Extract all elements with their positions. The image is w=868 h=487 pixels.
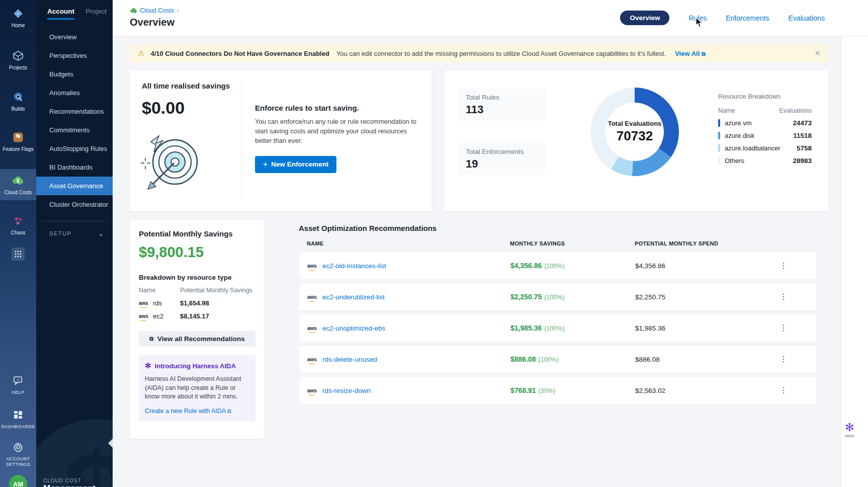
- breakdown-header: Name Potential Monthly Savings: [139, 287, 255, 294]
- cloud-costs-icon: $: [0, 173, 36, 188]
- total-enforcements-value: 19: [466, 157, 538, 171]
- rail-item-home[interactable]: Home: [0, 6, 36, 28]
- banner-message: You can edit connector to add the missin…: [336, 50, 666, 57]
- rail-item-builds[interactable]: Builds: [0, 90, 36, 112]
- tab-project[interactable]: Project: [85, 8, 107, 20]
- svg-text:$: $: [17, 178, 20, 184]
- row-menu-button[interactable]: ⋮: [779, 357, 788, 362]
- legend-value: 5758: [797, 144, 812, 152]
- tab-account[interactable]: Account: [47, 8, 74, 20]
- user-avatar[interactable]: AM: [9, 475, 27, 487]
- dollar-watermark: $: [36, 419, 113, 487]
- sidebar-menu-item[interactable]: BI Dashboards: [36, 158, 113, 177]
- enforce-rules-section: Enforce rules to start saving. You can e…: [242, 70, 413, 211]
- rail-item-feature-flags[interactable]: Feature Flags: [0, 130, 36, 152]
- new-enforcement-button[interactable]: + New Enforcement: [255, 156, 336, 173]
- sidebar-menu-item-label: BI Dashboards: [49, 164, 93, 171]
- rail-item-projects[interactable]: Projects: [0, 48, 36, 70]
- rail-item-cloud-costs[interactable]: $ Cloud Costs: [0, 169, 36, 200]
- recommendation-name-link[interactable]: rds-delete-unused: [322, 356, 377, 363]
- create-rule-with-aida-link[interactable]: Create a new Rule with AIDA ⧉: [145, 408, 231, 415]
- resource-breakdown-legend: Resource Breakdown Name Evaluations azur…: [718, 93, 812, 165]
- total-rules-value: 113: [466, 103, 538, 116]
- sidebar-menu-item-label: Recommendations: [49, 108, 104, 115]
- sidebar-menu-item[interactable]: Perspectives: [36, 46, 113, 65]
- total-rules-label: Total Rules: [466, 94, 538, 101]
- aida-body: Harness AI Development Assistant (AIDA) …: [145, 375, 249, 401]
- legend-value: 28983: [793, 157, 812, 165]
- row-menu-button[interactable]: ⋮: [779, 388, 788, 393]
- recommendation-row[interactable]: aws rds-delete-unused $886.08(100%) $886…: [299, 345, 817, 373]
- legend-row: azure.loadbalancer 5758: [718, 144, 812, 152]
- product-name: CLOUD COST Management: [43, 478, 96, 487]
- harness-home-icon: [0, 6, 36, 21]
- governance-stats-card: Total Rules 113 Total Enforcements 19 To…: [445, 70, 828, 211]
- sidebar-menu-item-label: Perspectives: [49, 52, 86, 59]
- breadcrumb[interactable]: Cloud Costs ›: [130, 7, 179, 14]
- main-content: Cloud Costs › Overview Overview Rules En…: [113, 0, 868, 487]
- right-gutter: [841, 0, 868, 487]
- banner-close-icon[interactable]: ✕: [814, 49, 821, 58]
- module-picker-button[interactable]: [12, 248, 25, 261]
- sidebar-menu-item[interactable]: Commitments: [36, 121, 113, 139]
- feature-flags-icon: [0, 130, 36, 145]
- realised-savings-label: All time realised savings: [142, 82, 241, 90]
- sidebar-menu-item[interactable]: Asset Governance: [36, 177, 113, 195]
- recommendation-row[interactable]: aws rds-resize-down $768.91(30%) $2,563.…: [299, 376, 817, 404]
- sidebar-menu-item[interactable]: AutoStopping Rules: [36, 139, 113, 158]
- sidebar-collapse-handle[interactable]: [108, 439, 113, 448]
- breakdown-row: awsec2 $8,145.17: [139, 312, 255, 320]
- dashboards-grid-icon: [0, 408, 36, 423]
- recommendation-name-link[interactable]: rds-resize-down: [322, 387, 371, 394]
- potential-spend-cell: $4,356.86: [635, 262, 665, 270]
- aws-icon: aws: [307, 326, 318, 331]
- recommendation-row[interactable]: aws ec2-old-instances-list $4,356.86(100…: [299, 252, 817, 280]
- evaluations-donut: Total Evaluations 70732: [590, 88, 679, 176]
- potential-spend-cell: $2,563.02: [635, 387, 665, 394]
- plus-icon: +: [263, 160, 268, 169]
- recommendation-name-link[interactable]: ec2-underutilized-list: [322, 293, 385, 301]
- sidebar-menu-item[interactable]: Overview: [36, 28, 113, 46]
- rail-item-chaos[interactable]: Chaos: [0, 213, 36, 235]
- monthly-savings-cell: $886.08(100%): [510, 355, 559, 363]
- aws-icon: aws: [307, 357, 318, 362]
- monthly-savings-cell: $2,250.75(100%): [510, 293, 565, 301]
- realised-savings-value: $0.00: [142, 98, 241, 118]
- tab-enforcements[interactable]: Enforcements: [726, 14, 769, 22]
- sidebar-menu-item[interactable]: Budgets: [36, 65, 113, 84]
- aida-fab-button[interactable]: ✻ AIDA: [845, 423, 854, 438]
- view-all-link[interactable]: View All ⧉: [675, 50, 706, 57]
- row-menu-button[interactable]: ⋮: [779, 326, 788, 331]
- rail-item-dashboards[interactable]: DASHBOARDS: [0, 408, 36, 429]
- sidebar-menu-item[interactable]: Cluster Orchestrator: [36, 195, 113, 214]
- recommendations-table-header: NAME MONTHLY SAVINGS POTENTIAL MONTHLY S…: [299, 240, 817, 251]
- top-nav-tabs: Overview Rules Enforcements Evaluations: [620, 11, 825, 25]
- rail-item-account-settings[interactable]: ACCOUNT SETTINGS: [0, 440, 36, 468]
- tab-overview[interactable]: Overview: [620, 11, 669, 25]
- projects-cube-icon: [0, 48, 36, 63]
- recommendation-row[interactable]: aws ec2-underutilized-list $2,250.75(100…: [299, 283, 817, 311]
- realised-savings-card: All time realised savings $0.00 Enforce …: [130, 70, 431, 211]
- aida-flower-icon: ✻: [845, 423, 854, 433]
- svg-text:?: ?: [17, 378, 19, 382]
- recommendation-row[interactable]: aws ec2-unoptimized-ebs $1,985.36(100%) …: [299, 314, 817, 342]
- rail-item-help[interactable]: ? HELP: [0, 373, 36, 395]
- tab-rules[interactable]: Rules: [688, 14, 707, 22]
- sidebar-menu-item[interactable]: Anomalies: [36, 84, 113, 102]
- sidebar-menu-item-label: AutoStopping Rules: [49, 145, 107, 152]
- scope-tabs: Account Project: [36, 0, 113, 20]
- setup-section-toggle[interactable]: SETUP ⌄: [36, 221, 113, 237]
- sidebar-menu-item[interactable]: Recommendations: [36, 102, 113, 121]
- aida-flower-icon: ✻: [145, 361, 151, 370]
- view-all-recommendations-button[interactable]: ⧉ View all Recommendations: [139, 331, 255, 347]
- recommendation-name-link[interactable]: ec2-unoptimized-ebs: [322, 324, 385, 332]
- recommendation-name-link[interactable]: ec2-old-instances-list: [322, 262, 386, 270]
- tab-evaluations[interactable]: Evaluations: [789, 14, 825, 22]
- row-menu-button[interactable]: ⋮: [779, 294, 788, 299]
- potential-savings-title: Potential Monthly Savings: [139, 229, 255, 238]
- cloud-costs-sidebar: Account Project Overview Perspectives Bu…: [36, 0, 113, 487]
- recommendations-title: Asset Optimization Recommendations: [299, 224, 437, 232]
- donut-center: Total Evaluations 70732: [605, 103, 664, 161]
- potential-spend-cell: $1,985.36: [635, 324, 665, 332]
- row-menu-button[interactable]: ⋮: [779, 263, 788, 268]
